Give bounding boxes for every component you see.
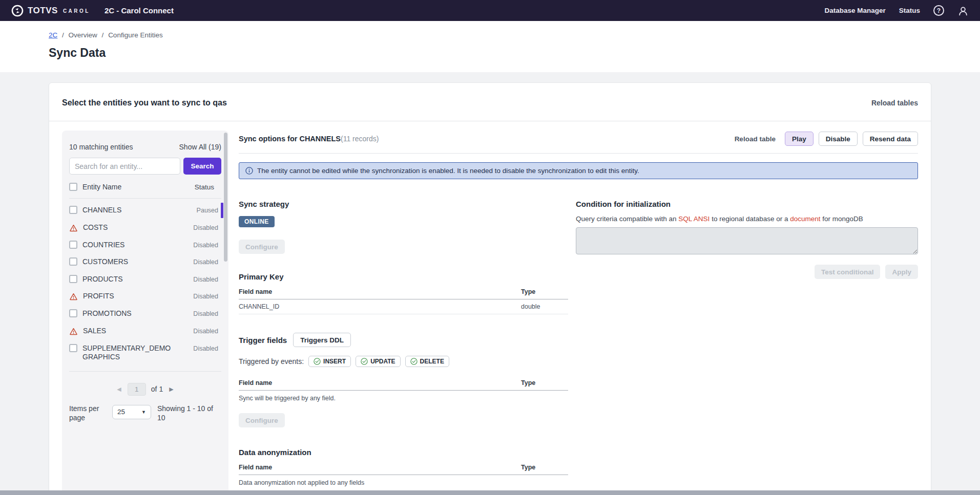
event-label: DELETE [420,358,444,365]
entity-status: Disabled [193,292,218,300]
entity-list-item[interactable]: CHANNELS Paused [69,202,228,219]
entity-name: PROMOTIONS [82,309,174,318]
entity-checkbox[interactable] [69,257,77,266]
top-navigation-bar: TOTVS CAROL 2C - Carol Connect Database … [0,0,980,21]
warning-icon [69,292,78,301]
totvs-carol-logo[interactable]: TOTVS CAROL [11,5,90,17]
entity-list-item[interactable]: PROFITS Disabled [69,288,228,305]
breadcrumb: 2C / Overview / Configure Entities [49,31,931,39]
reload-table-button[interactable]: Reload table [735,135,776,143]
page-number-input[interactable] [128,383,146,396]
entity-list-item[interactable]: CUSTOMERS Disabled [69,253,228,271]
items-per-page-label: Items per page [69,404,106,423]
entity-status: Disabled [193,241,218,249]
breadcrumb-separator: / [62,31,64,39]
entity-status: Disabled [193,309,218,317]
entity-name: PRODUCTS [82,275,174,284]
condition-query-textarea[interactable] [576,227,918,254]
sync-options-main: Sync options for CHANNELS(11 records) Re… [239,131,918,495]
trigger-empty-note: Sync will be triggered by any field. [239,391,568,402]
items-per-page-select[interactable]: 25 ▼ [112,405,151,419]
showing-range-label: Showing 1 - 10 of 10 [157,404,215,423]
condition-initialization-title: Condition for initialization [576,200,918,208]
trigger-fields-table: Field name Type [239,379,568,391]
breadcrumb-link-2c[interactable]: 2C [49,31,57,39]
entity-name: PROFITS [83,292,174,301]
event-toggle[interactable]: UPDATE [356,356,400,367]
warning-icon [69,327,78,336]
entity-list-item[interactable]: COUNTRIES Disabled [69,236,228,254]
apply-condition-button[interactable]: Apply [885,265,918,279]
disable-button[interactable]: Disable [819,132,858,146]
condition-desc-text: for mongoDB [821,215,863,223]
page-of-label: of 1 [151,385,163,393]
search-button[interactable]: Search [183,158,221,175]
entity-checkbox[interactable] [69,241,77,249]
event-toggle[interactable]: INSERT [308,356,351,367]
status-link[interactable]: Status [899,7,920,14]
brand-totvs-text: TOTVS [28,6,58,16]
entity-list-item[interactable]: SUPPLEMENTARY_DEMOGRAPHICS Disabled [69,340,228,366]
configure-trigger-fields-button[interactable]: Configure [239,413,285,427]
select-all-checkbox[interactable] [69,183,77,191]
brand-carol-text: CAROL [63,8,90,14]
user-avatar-icon[interactable] [957,5,969,16]
entity-name: SALES [83,327,174,336]
condition-desc-text: Query criteria compatible with an [576,215,678,223]
anonymization-empty-note: Data anonymization not applied to any fi… [239,475,568,486]
entity-search-input[interactable] [69,158,180,175]
sync-entities-card: Select the entities you want to sync to … [49,82,931,495]
anonymization-table: Field name Type [239,464,568,475]
entity-status: Paused [197,206,218,214]
entity-checkbox[interactable] [69,344,77,352]
type-cell: double [521,299,568,314]
entity-list-item[interactable]: PRODUCTS Disabled [69,271,228,288]
table-row: CHANNEL_ID double [239,299,568,314]
app-title: 2C - Carol Connect [105,6,174,15]
event-label: UPDATE [370,358,395,365]
page-header: 2C / Overview / Configure Entities Sync … [0,21,980,72]
entity-list-item[interactable]: COSTS Disabled [69,219,228,236]
entity-status: Disabled [193,257,218,266]
entity-list-item[interactable]: PROMOTIONS Disabled [69,305,228,322]
items-per-page-value: 25 [117,408,125,416]
triggered-by-events-label: Triggered by events: [239,357,304,365]
breadcrumb-overview: Overview [69,31,97,39]
check-circle-icon [410,358,418,365]
entity-list-scrollbar[interactable] [224,133,227,262]
entity-status: Disabled [193,327,218,335]
document-link[interactable]: document [790,215,820,223]
database-manager-link[interactable]: Database Manager [824,7,885,14]
records-count: (11 records) [341,135,379,143]
previous-page-arrow-icon[interactable]: ◀ [116,385,122,394]
check-circle-icon [361,358,368,365]
event-toggle[interactable]: DELETE [405,356,449,367]
help-icon[interactable]: ? [933,5,944,16]
entity-name-column-header: Entity Name [82,183,121,191]
primary-key-title: Primary Key [239,272,568,281]
entity-checkbox[interactable] [69,206,77,214]
totvs-logo-icon [11,5,24,17]
next-page-arrow-icon[interactable]: ▶ [168,385,174,394]
show-all-link[interactable]: Show All (19) [179,143,221,151]
resend-data-button[interactable]: Resend data [863,132,918,146]
reload-tables-button[interactable]: Reload tables [871,99,918,107]
info-alert-text: The entity cannot be edited while the sy… [257,167,639,175]
field-name-column-header: Field name [239,464,521,475]
entity-checkbox[interactable] [69,309,77,317]
entity-name: SUPPLEMENTARY_DEMOGRAPHICS [82,344,174,362]
test-conditional-button[interactable]: Test conditional [815,265,881,279]
sql-ansi-link[interactable]: SQL ANSI [678,215,710,223]
configure-sync-strategy-button[interactable]: Configure [239,240,285,254]
sync-strategy-title: Sync strategy [239,200,568,208]
check-circle-icon [314,358,321,365]
type-column-header: Type [521,288,568,299]
play-button[interactable]: Play [785,132,814,146]
entity-list-panel: 10 matching entities Show All (19) Searc… [62,131,228,495]
horizontal-scrollbar[interactable] [0,490,980,495]
entity-checkbox[interactable] [69,275,77,283]
primary-key-table: Field name Type CHANNEL_ID double [239,288,568,314]
triggers-ddl-button[interactable]: Triggers DDL [293,333,351,347]
entity-list-item[interactable]: SALES Disabled [69,322,228,340]
field-name-column-header: Field name [239,288,521,299]
